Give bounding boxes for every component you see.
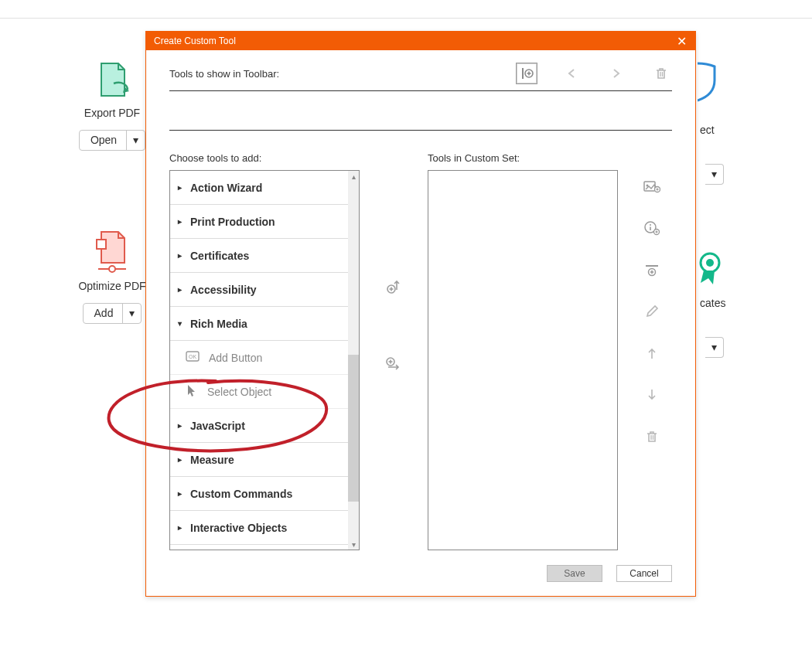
create-custom-tool-dialog: Create Custom Tool ✕ Tools to show in To… [145, 31, 696, 597]
triangle-right-icon: ▸ [178, 183, 184, 192]
tool-item-label: Add Button [209, 352, 262, 364]
triangle-right-icon: ▸ [178, 489, 184, 498]
select-object-icon [186, 383, 198, 400]
scroll-down-icon[interactable]: ▾ [348, 539, 359, 550]
category-label: Rich Media [190, 318, 247, 330]
export-pdf-icon [77, 59, 147, 102]
category-row[interactable]: ▸Action Wizard [170, 171, 348, 205]
delete-icon[interactable] [641, 426, 663, 448]
triangle-right-icon: ▸ [178, 217, 184, 226]
close-icon[interactable]: ✕ [672, 32, 691, 50]
tool-item-label: Select Object [207, 386, 271, 398]
tool-card-optimize-pdf: Optimize PDF Add ▾ [77, 229, 147, 324]
category-row[interactable]: ▸Print Production [170, 205, 348, 239]
svg-rect-0 [97, 240, 106, 249]
category-label: Interactive Objects [190, 522, 287, 534]
svg-text:OK: OK [189, 354, 196, 359]
add-divider-icon[interactable] [641, 259, 663, 281]
category-label: Custom Commands [190, 488, 292, 500]
cancel-button[interactable]: Cancel [616, 565, 672, 582]
add-to-toolbar-icon[interactable] [516, 63, 537, 84]
tool-item[interactable]: Select Object [170, 375, 348, 409]
category-row[interactable]: ▸JavaScript [170, 409, 348, 443]
triangle-down-icon: ▾ [178, 319, 184, 328]
fragment-label: cates [700, 297, 725, 309]
edit-icon[interactable] [641, 301, 663, 322]
divider [0, 18, 812, 19]
category-row[interactable]: ▸Custom Commands [170, 477, 348, 511]
move-right-icon[interactable] [606, 63, 627, 84]
svg-point-4 [706, 259, 714, 267]
add-info-icon[interactable] [641, 217, 663, 239]
move-down-icon[interactable] [641, 384, 663, 406]
category-label: Accessibility [190, 284, 257, 296]
category-row[interactable]: ▸Measure [170, 443, 348, 477]
dialog-titlebar[interactable]: Create Custom Tool ✕ [146, 32, 695, 50]
add-split-button[interactable]: Add ▾ [83, 303, 142, 324]
category-row[interactable]: ▾Rich Media [170, 307, 348, 341]
open-button-label: Open [80, 131, 126, 150]
move-left-icon[interactable] [561, 63, 582, 84]
scroll-up-icon[interactable]: ▴ [348, 171, 359, 182]
protect-icon-fragment [698, 59, 721, 105]
category-row[interactable]: ▸Certificates [170, 239, 348, 273]
add-button-icon: OK [186, 351, 200, 364]
save-button[interactable]: Save [547, 565, 602, 582]
category-row[interactable]: ▸Interactive Objects [170, 511, 348, 545]
add-label-icon[interactable] [641, 175, 663, 197]
category-label: Print Production [190, 216, 275, 228]
chevron-down-icon[interactable]: ▾ [126, 131, 145, 150]
triangle-right-icon: ▸ [178, 421, 184, 430]
category-label: Measure [190, 454, 234, 466]
choose-tools-label: Choose tools to add: [169, 152, 360, 164]
available-tools-list[interactable]: ▸Action Wizard▸Print Production▸Certific… [169, 170, 360, 550]
move-up-icon[interactable] [641, 342, 663, 364]
svg-point-25 [650, 224, 651, 226]
scrollbar[interactable]: ▴ ▾ [348, 171, 359, 550]
category-row[interactable]: ▸Accessibility [170, 273, 348, 307]
tool-item[interactable]: OKAdd Button [170, 341, 348, 375]
certificates-icon-fragment [698, 250, 725, 289]
trash-icon[interactable] [650, 63, 672, 84]
triangle-right-icon: ▸ [178, 251, 184, 260]
triangle-right-icon: ▸ [178, 523, 184, 532]
triangle-right-icon: ▸ [178, 285, 184, 294]
fragment-button[interactable]: ▾ [705, 326, 725, 358]
fragment-label: ect [700, 124, 715, 136]
svg-point-2 [109, 266, 115, 272]
scroll-thumb[interactable] [348, 355, 359, 502]
chevron-down-icon[interactable]: ▾ [122, 304, 141, 323]
add-tool-icon[interactable] [383, 276, 404, 298]
custom-set-label: Tools in Custom Set: [428, 152, 618, 164]
category-label: JavaScript [190, 420, 245, 432]
toolbar-drop-area[interactable] [169, 90, 672, 131]
fragment-button[interactable]: ▾ [705, 153, 725, 185]
custom-set-list[interactable] [428, 170, 618, 550]
category-label: Action Wizard [190, 182, 262, 194]
tool-card-export-pdf: Export PDF Open ▾ [77, 59, 147, 151]
tool-label: Optimize PDF [77, 280, 147, 292]
open-split-button[interactable]: Open ▾ [79, 130, 145, 151]
dialog-title-text: Create Custom Tool [154, 36, 236, 46]
tool-label: Export PDF [77, 107, 147, 119]
category-label: Certificates [190, 250, 249, 262]
optimize-pdf-icon [77, 229, 147, 275]
triangle-right-icon: ▸ [178, 455, 184, 464]
add-button-label: Add [84, 304, 123, 323]
move-to-set-icon[interactable] [383, 353, 404, 375]
toolbar-section-label: Tools to show in Toolbar: [169, 68, 516, 80]
